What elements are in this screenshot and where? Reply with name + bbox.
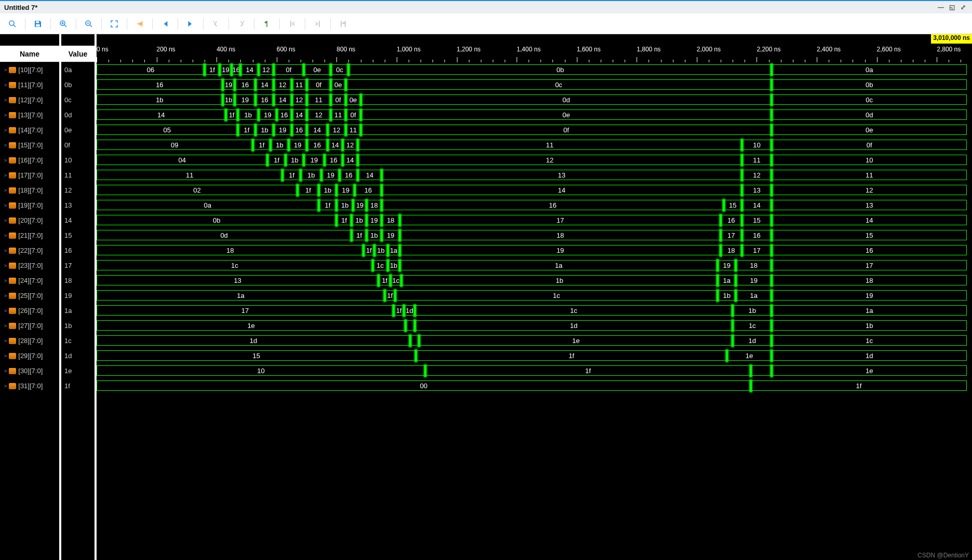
- bus-segment[interactable]: 10: [97, 365, 425, 376]
- bus-segment[interactable]: 19: [321, 170, 340, 180]
- signal-name-panel[interactable]: Name >[10][7:0]>[11][7:0]>[12][7:0]>[13]…: [0, 34, 61, 560]
- bus-segment[interactable]: 0f: [361, 125, 772, 135]
- bus-segment[interactable]: 12: [259, 64, 274, 75]
- signal-value-row[interactable]: 12: [61, 183, 95, 198]
- expand-caret-icon[interactable]: >: [4, 263, 7, 268]
- waveform-row[interactable]: 131f1c1b1a1918: [97, 273, 972, 288]
- bus-segment[interactable]: 1e: [419, 335, 733, 346]
- bus-segment[interactable]: 13: [97, 275, 379, 285]
- bus-segment[interactable]: 19: [289, 140, 307, 150]
- signal-value-row[interactable]: 0d: [61, 107, 95, 122]
- bus-segment[interactable]: 15: [724, 200, 742, 210]
- bus-segment[interactable]: 1a: [400, 260, 718, 270]
- expand-caret-icon[interactable]: >: [4, 293, 7, 298]
- bus-segment[interactable]: 14: [772, 215, 967, 225]
- signal-name-row[interactable]: >[30][7:0]: [0, 363, 59, 378]
- bus-segment[interactable]: 1f: [238, 125, 256, 135]
- bus-segment[interactable]: 13: [382, 170, 742, 180]
- bus-segment[interactable]: 16: [721, 215, 741, 225]
- bus-segment[interactable]: 0c: [346, 79, 772, 90]
- bus-segment[interactable]: 16: [97, 79, 223, 90]
- bus-segment[interactable]: 09: [97, 140, 253, 150]
- bus-segment[interactable]: 0a: [772, 64, 967, 75]
- waveform-row[interactable]: 151f1e1d: [97, 348, 972, 363]
- expand-caret-icon[interactable]: >: [4, 338, 7, 344]
- signal-value-row[interactable]: 18: [61, 273, 95, 288]
- bus-segment[interactable]: 16: [355, 185, 382, 195]
- bus-segment[interactable]: 11: [772, 170, 967, 180]
- signal-name-row[interactable]: >[31][7:0]: [0, 378, 59, 393]
- bus-segment[interactable]: 1b: [238, 110, 259, 120]
- bus-segment[interactable]: 14: [292, 110, 307, 120]
- bus-segment[interactable]: 13: [742, 185, 772, 195]
- signal-value-row[interactable]: 0c: [61, 92, 95, 107]
- signal-name-row[interactable]: >[21][7:0]: [0, 228, 59, 243]
- bus-segment[interactable]: 19: [382, 230, 400, 240]
- bus-segment[interactable]: 0b: [772, 79, 967, 90]
- bus-segment[interactable]: 19: [367, 215, 382, 225]
- bus-segment[interactable]: 12: [307, 110, 331, 120]
- bus-segment[interactable]: 1e: [97, 320, 406, 331]
- bus-segment[interactable]: 18: [772, 275, 967, 285]
- marker-next-button[interactable]: [309, 16, 326, 32]
- bus-segment[interactable]: 1a: [772, 305, 967, 316]
- bus-segment[interactable]: 18: [400, 230, 721, 240]
- bus-segment[interactable]: 1f: [282, 170, 301, 180]
- signal-value-row[interactable]: 1a: [61, 303, 95, 318]
- bus-segment[interactable]: 19: [304, 155, 325, 165]
- bus-segment[interactable]: 1a: [718, 275, 736, 285]
- bus-segment[interactable]: 15: [742, 215, 772, 225]
- bus-segment[interactable]: 0e: [772, 125, 967, 135]
- signal-value-row[interactable]: 13: [61, 198, 95, 213]
- expand-caret-icon[interactable]: >: [4, 353, 7, 359]
- signal-value-row[interactable]: 1b: [61, 318, 95, 333]
- signal-name-row[interactable]: >[17][7:0]: [0, 168, 59, 183]
- bus-segment[interactable]: 1a: [97, 290, 385, 301]
- bus-segment[interactable]: 15: [97, 350, 416, 361]
- bus-segment[interactable]: 0e: [361, 110, 772, 120]
- bus-segment[interactable]: 16: [277, 110, 292, 120]
- bus-segment[interactable]: 1f: [253, 140, 271, 150]
- bus-segment[interactable]: 13: [772, 200, 967, 210]
- go-to-cursor-button[interactable]: [131, 16, 148, 32]
- bus-segment[interactable]: 1b: [301, 170, 321, 180]
- bus-segment[interactable]: 19: [336, 185, 355, 195]
- waveform-row[interactable]: 061f191614120f0e0c0b0a: [97, 62, 972, 77]
- bus-segment[interactable]: 14: [255, 79, 274, 90]
- bus-segment[interactable]: 1b: [286, 155, 304, 165]
- next-edge-button[interactable]: [233, 16, 250, 32]
- bus-segment[interactable]: 19: [772, 290, 967, 301]
- waveform-row[interactable]: 1e1d1c1b: [97, 318, 972, 333]
- bus-segment[interactable]: 10: [772, 155, 967, 165]
- bus-segment[interactable]: 0d: [361, 94, 772, 105]
- bus-segment[interactable]: 1b: [319, 185, 337, 195]
- bus-segment[interactable]: 05: [97, 125, 238, 135]
- bus-segment[interactable]: 14: [358, 170, 382, 180]
- signal-value-row[interactable]: 0f: [61, 138, 95, 153]
- signal-name-row[interactable]: >[12][7:0]: [0, 92, 59, 107]
- expand-caret-icon[interactable]: >: [4, 113, 7, 118]
- bus-segment[interactable]: 0e: [331, 79, 346, 90]
- waveform-row[interactable]: 041f1b191614121110: [97, 153, 972, 168]
- bus-segment[interactable]: 1b: [255, 125, 274, 135]
- expand-caret-icon[interactable]: >: [4, 233, 7, 238]
- bus-segment[interactable]: 16: [742, 230, 772, 240]
- bus-segment[interactable]: 1b: [336, 200, 353, 210]
- signal-name-row[interactable]: >[29][7:0]: [0, 348, 59, 363]
- signal-value-row[interactable]: 14: [61, 213, 95, 228]
- signal-name-row[interactable]: >[22][7:0]: [0, 243, 59, 258]
- waveform-row[interactable]: 0d1f1b1918171615: [97, 228, 972, 243]
- bus-segment[interactable]: 11: [292, 79, 307, 90]
- bus-segment[interactable]: 11: [346, 125, 361, 135]
- bus-segment[interactable]: 0f: [307, 79, 331, 90]
- bus-segment[interactable]: 18: [382, 215, 400, 225]
- bus-segment[interactable]: 14: [240, 64, 259, 75]
- bus-segment[interactable]: 19: [718, 260, 736, 270]
- waveform-row[interactable]: 021f1b1916141312: [97, 183, 972, 198]
- bus-segment[interactable]: 14: [274, 94, 292, 105]
- waveform-row[interactable]: 1619161412110f0e0c0b: [97, 77, 972, 92]
- waveform-row[interactable]: 091f1b1916141211100f: [97, 138, 972, 153]
- bus-segment[interactable]: 1d: [772, 350, 967, 361]
- bus-segment[interactable]: 1c: [415, 305, 733, 316]
- bus-segment[interactable]: 04: [97, 155, 267, 165]
